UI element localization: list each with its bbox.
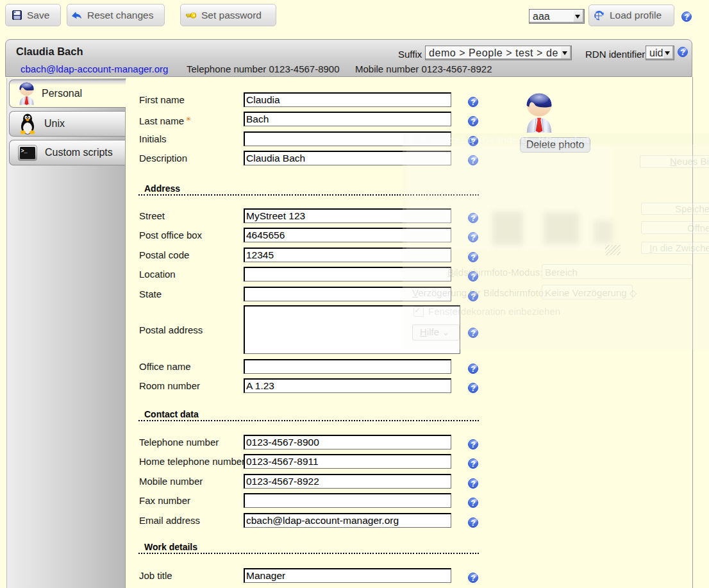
- svg-text:>_: >_: [21, 147, 28, 154]
